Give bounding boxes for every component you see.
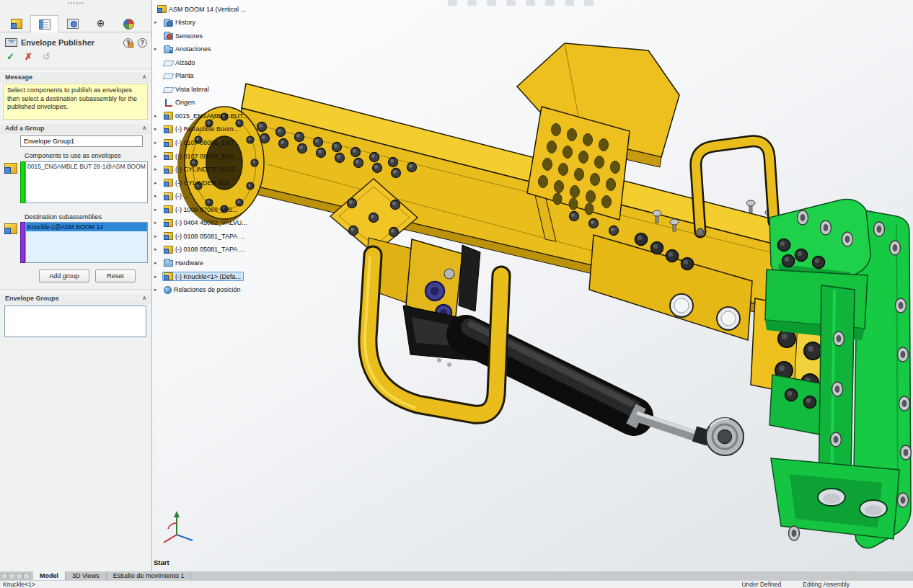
expand-arrow-icon[interactable]: ▸ xyxy=(154,153,162,159)
group-name-input[interactable] xyxy=(20,135,143,147)
tree-item[interactable]: ▸Relaciones de posición xyxy=(154,284,244,296)
expand-arrow-icon[interactable]: ▸ xyxy=(154,126,162,132)
expand-arrow-icon[interactable]: ▸ xyxy=(154,140,162,146)
dimxpertmanager-tab[interactable]: ⊕ xyxy=(87,15,115,32)
tree-item-label: Relaciones de posición xyxy=(174,286,241,293)
assembly-icon xyxy=(164,205,173,213)
tree-item[interactable]: ▸(-) 0107 08006_EXT... xyxy=(154,137,242,149)
tree-item[interactable]: ▸(-) Knuckle<1> (Defa... xyxy=(154,270,244,282)
tree-item-label: (-) 0107 08006_EXT... xyxy=(175,139,239,146)
envelope-groups-section-header[interactable]: Envelope Groups ∧ xyxy=(0,293,151,303)
tree-item[interactable]: Alzado xyxy=(154,56,198,68)
expand-arrow-icon[interactable]: ▸ xyxy=(154,274,162,280)
help-icon[interactable]: ? xyxy=(138,38,147,48)
featuremanager-tab[interactable] xyxy=(2,15,30,32)
message-section-header[interactable]: Message ∧ xyxy=(0,71,151,82)
property-manager-panel: ⊕ Envelope Publisher ? ? ✓ ✗ ↺ Message ∧… xyxy=(0,0,152,571)
tree-item-label: Sensores xyxy=(175,32,203,40)
tab-scroll-buttons[interactable] xyxy=(0,571,33,580)
tree-item[interactable]: Vista lateral xyxy=(154,83,212,95)
expand-arrow-icon[interactable]: ▸ xyxy=(154,260,162,266)
list-item-selected[interactable]: Knuckle-1@ASM BOOM 14 xyxy=(26,223,147,231)
tree-item[interactable]: ▸(-) 1008 07086_INS... xyxy=(154,203,241,215)
tab-scroll-icon[interactable] xyxy=(23,573,30,579)
envelope-groups-listbox[interactable] xyxy=(4,306,146,337)
folder-annotations-icon xyxy=(164,47,173,53)
collapse-chevron-icon[interactable]: ∧ xyxy=(142,125,146,131)
expand-arrow-icon[interactable]: ▸ xyxy=(154,233,162,239)
undo-button[interactable]: ↺ xyxy=(43,51,50,62)
tree-item-label: 0015_ENSAMBLE BUT... xyxy=(175,112,248,120)
status-selection: Knuckle<1> xyxy=(3,581,35,588)
tab-3d-views[interactable]: 3D Views xyxy=(66,571,107,580)
expand-arrow-icon[interactable]: ▸ xyxy=(154,19,162,25)
tree-item-label: Origen xyxy=(175,99,195,106)
tree-item[interactable]: ▸(-) ... xyxy=(154,190,192,202)
tree-item[interactable]: ▸(-) Retractible Boom... xyxy=(154,123,242,135)
tree-item[interactable]: ▸Hardware xyxy=(154,257,206,269)
expand-arrow-icon[interactable]: ▸ xyxy=(154,220,162,226)
expand-arrow-icon[interactable]: ▸ xyxy=(154,113,162,119)
tab-scroll-icon[interactable] xyxy=(1,573,8,579)
tab-scroll-icon[interactable] xyxy=(16,573,22,579)
folder-sensors-icon xyxy=(164,33,173,40)
tree-item[interactable]: ▸(-) 0108 05081_TAPA ... xyxy=(154,244,247,256)
tab-motion-study[interactable]: Estudio de movimiento 1 xyxy=(107,571,192,580)
collapse-chevron-icon[interactable]: ∧ xyxy=(142,74,146,80)
boom-assembly-model[interactable] xyxy=(152,0,913,571)
status-constraint: Under Defined xyxy=(741,581,781,588)
expand-arrow-icon[interactable]: ▸ xyxy=(154,46,162,52)
expand-arrow-icon[interactable]: ▸ xyxy=(154,166,162,172)
folder-icon xyxy=(164,260,173,267)
tree-item[interactable]: Origen xyxy=(154,97,198,109)
expand-arrow-icon[interactable]: ▸ xyxy=(154,287,162,293)
ok-button[interactable]: ✓ xyxy=(6,51,14,62)
tree-item[interactable]: ▸(-) 0107 08006_Exte... xyxy=(154,150,243,162)
assembly-icon xyxy=(164,219,173,227)
destination-label: Destination subassemblies xyxy=(25,213,102,220)
expand-arrow-icon[interactable]: ▸ xyxy=(154,193,162,199)
panel-splitter-grip[interactable] xyxy=(68,2,85,4)
reset-button[interactable]: Reset xyxy=(95,270,136,282)
displaymanager-tab[interactable] xyxy=(115,15,143,32)
tree-item[interactable]: ASM BOOM 14 (Vertical ... xyxy=(154,3,249,15)
status-mode: Editing Assembly xyxy=(803,581,850,588)
tab-model[interactable]: Model xyxy=(33,571,66,580)
tree-item-label: (-) Retractible Boom... xyxy=(175,125,239,133)
configurationmanager-tab[interactable] xyxy=(58,15,87,32)
viewport-3d[interactable] xyxy=(152,0,913,571)
cancel-button[interactable]: ✗ xyxy=(25,51,32,62)
tree-item-label: (-) 0108 05081_TAPA ... xyxy=(175,246,244,253)
tree-item[interactable]: Sensores xyxy=(154,30,206,42)
tree-item[interactable]: ▸(-) 0108 05081_TAPA ... xyxy=(154,230,247,242)
collapse-chevron-icon[interactable]: ∧ xyxy=(142,295,146,301)
destination-listbox[interactable]: Knuckle-1@ASM BOOM 14 xyxy=(25,222,148,263)
tree-item-label: (-) CYLINDER 015-3... xyxy=(175,166,240,173)
tree-item[interactable]: ▸0015_ENSAMBLE BUT... xyxy=(154,110,251,122)
add-group-section-header[interactable]: Add a Group ∧ xyxy=(0,122,151,133)
tree-item-label: (-) 0108 05081_TAPA ... xyxy=(175,233,244,240)
tree-item[interactable]: Planta xyxy=(154,70,197,82)
solidworks-window: { "app": { "start_label": "Start", "stat… xyxy=(0,0,913,588)
plane-icon xyxy=(163,61,175,66)
expand-arrow-icon[interactable]: ▸ xyxy=(154,246,162,252)
assembly-icon xyxy=(164,166,173,174)
message-box: Select components to publish as envelope… xyxy=(3,84,148,120)
tree-item[interactable]: ▸History xyxy=(154,17,198,29)
add-group-button[interactable]: Add group xyxy=(39,270,89,282)
expand-arrow-icon[interactable]: ▸ xyxy=(154,207,162,213)
pin-help-icon[interactable]: ? xyxy=(123,38,133,48)
tree-item-label: History xyxy=(175,19,195,26)
destination-color-bar xyxy=(20,222,25,263)
tree-item[interactable]: ▸(-) CYLINDER 015-3... xyxy=(154,164,243,176)
tab-scroll-icon[interactable] xyxy=(9,573,15,579)
tree-item-label: Alzado xyxy=(175,59,195,66)
expand-arrow-icon[interactable]: ▸ xyxy=(154,180,162,186)
tree-item[interactable]: ▸Anotaciones xyxy=(154,43,214,55)
tree-item-label: ASM BOOM 14 (Vertical ... xyxy=(169,6,246,13)
propertymanager-tab[interactable] xyxy=(30,15,58,32)
components-listbox[interactable]: 0015_ENSAMBLE BUT 28-1@ASM BOOM 14 xyxy=(25,161,148,203)
tree-item[interactable]: ▸(-) CYLINDER 015... xyxy=(154,177,237,189)
tree-item[interactable]: ▸(-) 0404 45082_VALVU... xyxy=(154,217,250,229)
list-item[interactable]: 0015_ENSAMBLE BUT 28-1@ASM BOOM 14 xyxy=(26,162,147,171)
